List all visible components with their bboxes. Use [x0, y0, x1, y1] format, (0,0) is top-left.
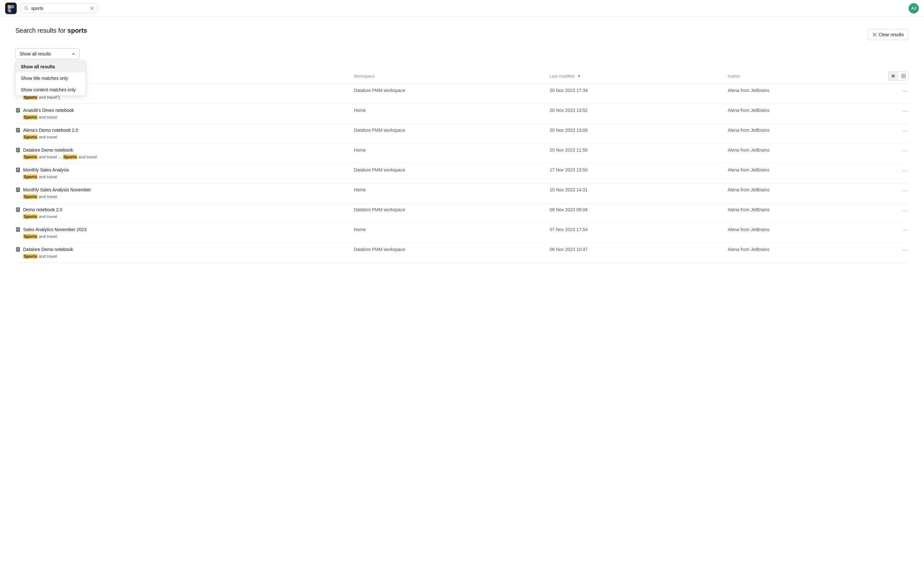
svg-rect-32 — [17, 149, 19, 149]
more-actions-button[interactable]: ··· — [901, 247, 909, 253]
filter-option-all[interactable]: Show all results — [16, 61, 86, 73]
close-icon — [873, 33, 877, 37]
svg-rect-45 — [17, 210, 19, 210]
svg-rect-38 — [17, 171, 18, 171]
result-author: Alena from JetBrains — [728, 84, 888, 104]
svg-rect-50 — [17, 230, 18, 231]
svg-rect-33 — [17, 150, 19, 150]
grid-view-button[interactable] — [899, 72, 908, 80]
svg-rect-49 — [17, 229, 19, 230]
search-input[interactable]: sports — [31, 6, 87, 11]
more-actions-button[interactable]: ··· — [901, 207, 909, 214]
result-snippet: Sports and travel — [15, 134, 354, 143]
result-workspace: Datalore PMM workspace — [354, 163, 550, 183]
result-author: Alena from JetBrains — [728, 203, 888, 223]
svg-rect-42 — [17, 190, 18, 191]
result-author: Alena from JetBrains — [728, 223, 888, 243]
result-workspace: Datalore PMM workspace — [354, 243, 550, 263]
svg-rect-54 — [17, 250, 18, 251]
table-row: Datalore Demo notebook Sports and travel… — [15, 243, 909, 263]
result-workspace: Home — [354, 223, 550, 243]
filter-option-content[interactable]: Show content matches only — [16, 84, 86, 95]
svg-rect-37 — [17, 169, 19, 170]
search-icon — [24, 6, 29, 11]
svg-rect-40 — [17, 189, 19, 189]
more-actions-button[interactable]: ··· — [901, 187, 909, 194]
result-modified: 20 Nov 2023 13:09 — [549, 124, 728, 143]
user-avatar[interactable]: AJ — [909, 3, 919, 13]
svg-rect-29 — [17, 130, 19, 131]
more-actions-button[interactable]: ··· — [901, 108, 909, 114]
filter-option-title[interactable]: Show title matches only — [16, 73, 86, 84]
col-header-modified[interactable]: Last modified ▼ — [549, 68, 728, 84]
notebook-icon — [15, 167, 21, 172]
clear-results-button[interactable]: Clear results — [868, 29, 909, 40]
result-name: Datalore Demo notebook — [15, 143, 354, 154]
svg-rect-28 — [17, 129, 19, 129]
filter-dropdown-menu: Show all results Show title matches only… — [15, 61, 86, 96]
result-modified: 20 Nov 2023 13:52 — [549, 104, 728, 124]
result-snippet: Sports and travel — [15, 253, 354, 263]
notebook-icon — [15, 187, 21, 192]
table-row: Monthly Sales Analysis Sports and travel… — [15, 163, 909, 183]
view-toggle — [888, 71, 909, 81]
result-snippet: Sports and travel — [15, 193, 354, 203]
result-snippet: Sports and travel — [15, 213, 354, 223]
result-modified: 20 Nov 2023 17:34 — [549, 84, 728, 104]
svg-rect-52 — [17, 248, 19, 249]
svg-text:DL: DL — [9, 10, 12, 13]
result-modified: 08 Nov 2023 09:04 — [549, 203, 728, 223]
result-modified: 07 Nov 2023 17:54 — [549, 223, 728, 243]
more-actions-button[interactable]: ··· — [901, 88, 909, 95]
result-snippet: Sports and travel — [15, 234, 354, 243]
more-actions-button[interactable]: ··· — [901, 127, 909, 134]
result-author: Alena from JetBrains — [728, 183, 888, 203]
table-row: Sales Analytics November 2023 Sports and… — [15, 223, 909, 243]
main-content: Search results for sports Clear results … — [0, 17, 924, 273]
chevron-up-icon — [71, 52, 75, 56]
result-name: Anatolii's Dmeo notebook — [15, 104, 354, 114]
result-author: Alena from JetBrains — [728, 143, 888, 163]
result-workspace: Home — [354, 143, 550, 163]
filter-dropdown-wrapper: Show all results Show all results Show t… — [15, 48, 909, 59]
more-actions-button[interactable]: ··· — [901, 227, 909, 234]
table-row: Monthly Sales Analysis November Sports a… — [15, 183, 909, 203]
result-workspace: Home — [354, 183, 550, 203]
notebook-icon — [15, 227, 21, 232]
result-modified: 17 Nov 2023 13:50 — [549, 163, 728, 183]
svg-rect-34 — [17, 151, 18, 151]
grid-icon — [901, 74, 906, 78]
table-row: Demo notebook 2.0 Sports and travel Data… — [15, 203, 909, 223]
svg-rect-1 — [8, 5, 11, 8]
table-row: Datalore Demo notebook Sports and travel… — [15, 143, 909, 163]
more-actions-button[interactable]: ··· — [901, 147, 909, 154]
app-logo: DL — [5, 3, 17, 14]
result-snippet: Sports and travel — [15, 114, 354, 123]
result-author: Alena from JetBrains — [728, 104, 888, 124]
svg-line-7 — [27, 9, 28, 10]
svg-rect-46 — [17, 210, 18, 211]
svg-rect-44 — [17, 208, 19, 209]
svg-rect-26 — [17, 111, 18, 111]
col-header-workspace: Workspace — [354, 68, 550, 84]
notebook-icon — [15, 127, 21, 133]
result-snippet: Sports and travel — [15, 174, 354, 183]
filter-dropdown-button[interactable]: Show all results — [15, 48, 79, 59]
results-table: Name Workspace Last modified ▼ Author — [15, 68, 909, 263]
clear-search-button[interactable] — [90, 6, 94, 10]
result-workspace: Datalore PMM workspace — [354, 124, 550, 143]
svg-rect-17 — [901, 76, 903, 78]
result-name: Monthly Sales Analysis — [15, 163, 354, 174]
result-author: Alena from JetBrains — [728, 124, 888, 143]
svg-rect-2 — [11, 5, 14, 8]
result-name: Alena's Demo notebook 2.0 — [15, 124, 354, 134]
results-table-wrapper: Name Workspace Last modified ▼ Author — [15, 66, 909, 263]
page-title: Search results for sports — [15, 27, 87, 34]
more-actions-button[interactable]: ··· — [901, 167, 909, 174]
list-view-button[interactable] — [888, 72, 898, 80]
result-name: Sales Analytics November 2023 — [15, 223, 354, 234]
svg-rect-30 — [17, 131, 18, 131]
notebook-icon — [15, 108, 21, 113]
result-name: Demo notebook 2.0 — [15, 203, 354, 213]
result-author: Alena from JetBrains — [728, 243, 888, 263]
